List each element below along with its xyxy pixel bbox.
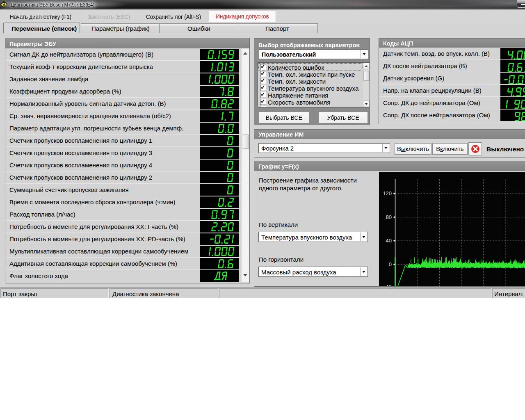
svg-text:120: 120 bbox=[383, 190, 392, 196]
svg-text:40: 40 bbox=[386, 237, 392, 244]
svg-text:80: 80 bbox=[386, 214, 392, 220]
svg-text:-40: -40 bbox=[384, 284, 392, 286]
svg-text:0: 0 bbox=[389, 261, 392, 267]
